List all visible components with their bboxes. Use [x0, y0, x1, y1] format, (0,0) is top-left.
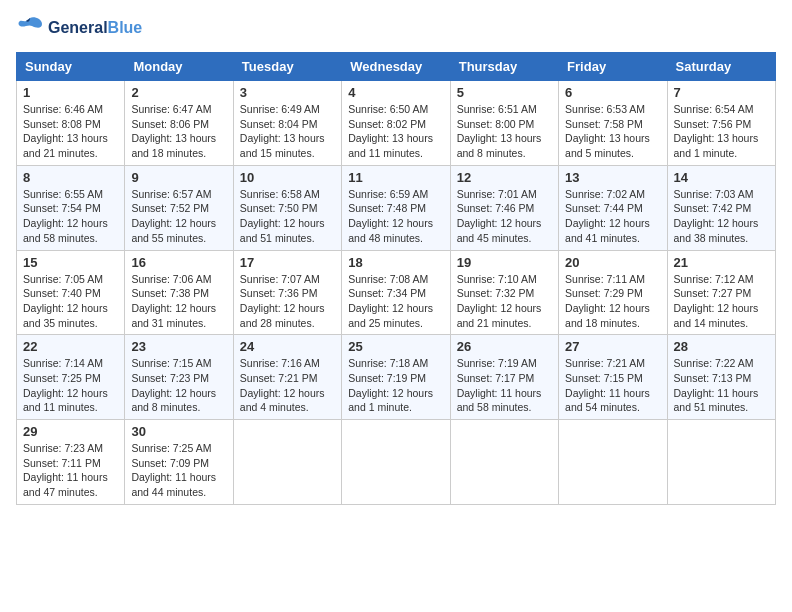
table-row	[559, 420, 667, 505]
calendar-header-row: Sunday Monday Tuesday Wednesday Thursday…	[17, 53, 776, 81]
cell-daylight: Daylight: 12 hours and 4 minutes.	[240, 386, 335, 415]
cell-sunset: Sunset: 8:04 PM	[240, 117, 335, 132]
col-friday: Friday	[559, 53, 667, 81]
cell-sunrise: Sunrise: 7:03 AM	[674, 187, 769, 202]
cell-sunrise: Sunrise: 7:22 AM	[674, 356, 769, 371]
table-row: 29 Sunrise: 7:23 AM Sunset: 7:11 PM Dayl…	[17, 420, 125, 505]
cell-sunset: Sunset: 7:46 PM	[457, 201, 552, 216]
cell-sunrise: Sunrise: 6:51 AM	[457, 102, 552, 117]
cell-sunset: Sunset: 7:17 PM	[457, 371, 552, 386]
table-row: 6 Sunrise: 6:53 AM Sunset: 7:58 PM Dayli…	[559, 81, 667, 166]
col-saturday: Saturday	[667, 53, 775, 81]
col-wednesday: Wednesday	[342, 53, 450, 81]
cell-sunrise: Sunrise: 6:49 AM	[240, 102, 335, 117]
cell-daylight: Daylight: 12 hours and 25 minutes.	[348, 301, 443, 330]
cell-sunrise: Sunrise: 6:53 AM	[565, 102, 660, 117]
cell-sunset: Sunset: 7:42 PM	[674, 201, 769, 216]
cell-daylight: Daylight: 11 hours and 51 minutes.	[674, 386, 769, 415]
cell-sunset: Sunset: 7:38 PM	[131, 286, 226, 301]
cell-daylight: Daylight: 12 hours and 8 minutes.	[131, 386, 226, 415]
cell-daylight: Daylight: 13 hours and 5 minutes.	[565, 131, 660, 160]
cell-sunrise: Sunrise: 7:05 AM	[23, 272, 118, 287]
day-number: 10	[240, 170, 335, 185]
table-row: 10 Sunrise: 6:58 AM Sunset: 7:50 PM Dayl…	[233, 165, 341, 250]
cell-sunset: Sunset: 8:06 PM	[131, 117, 226, 132]
cell-daylight: Daylight: 13 hours and 11 minutes.	[348, 131, 443, 160]
cell-daylight: Daylight: 12 hours and 14 minutes.	[674, 301, 769, 330]
cell-daylight: Daylight: 12 hours and 18 minutes.	[565, 301, 660, 330]
table-row: 23 Sunrise: 7:15 AM Sunset: 7:23 PM Dayl…	[125, 335, 233, 420]
table-row: 21 Sunrise: 7:12 AM Sunset: 7:27 PM Dayl…	[667, 250, 775, 335]
table-row: 8 Sunrise: 6:55 AM Sunset: 7:54 PM Dayli…	[17, 165, 125, 250]
day-number: 30	[131, 424, 226, 439]
cell-sunrise: Sunrise: 7:23 AM	[23, 441, 118, 456]
calendar-week-row: 29 Sunrise: 7:23 AM Sunset: 7:11 PM Dayl…	[17, 420, 776, 505]
cell-sunrise: Sunrise: 7:19 AM	[457, 356, 552, 371]
table-row: 3 Sunrise: 6:49 AM Sunset: 8:04 PM Dayli…	[233, 81, 341, 166]
cell-sunrise: Sunrise: 7:07 AM	[240, 272, 335, 287]
cell-sunset: Sunset: 7:19 PM	[348, 371, 443, 386]
cell-sunset: Sunset: 7:58 PM	[565, 117, 660, 132]
cell-sunset: Sunset: 7:44 PM	[565, 201, 660, 216]
day-number: 7	[674, 85, 769, 100]
cell-sunset: Sunset: 7:36 PM	[240, 286, 335, 301]
cell-sunrise: Sunrise: 7:25 AM	[131, 441, 226, 456]
cell-sunrise: Sunrise: 7:12 AM	[674, 272, 769, 287]
day-number: 27	[565, 339, 660, 354]
table-row: 17 Sunrise: 7:07 AM Sunset: 7:36 PM Dayl…	[233, 250, 341, 335]
cell-sunrise: Sunrise: 6:59 AM	[348, 187, 443, 202]
calendar-week-row: 1 Sunrise: 6:46 AM Sunset: 8:08 PM Dayli…	[17, 81, 776, 166]
cell-sunset: Sunset: 7:54 PM	[23, 201, 118, 216]
cell-sunrise: Sunrise: 7:15 AM	[131, 356, 226, 371]
cell-sunrise: Sunrise: 7:10 AM	[457, 272, 552, 287]
table-row: 26 Sunrise: 7:19 AM Sunset: 7:17 PM Dayl…	[450, 335, 558, 420]
cell-daylight: Daylight: 11 hours and 58 minutes.	[457, 386, 552, 415]
day-number: 9	[131, 170, 226, 185]
table-row: 13 Sunrise: 7:02 AM Sunset: 7:44 PM Dayl…	[559, 165, 667, 250]
table-row: 7 Sunrise: 6:54 AM Sunset: 7:56 PM Dayli…	[667, 81, 775, 166]
cell-sunrise: Sunrise: 6:46 AM	[23, 102, 118, 117]
cell-sunrise: Sunrise: 7:16 AM	[240, 356, 335, 371]
cell-daylight: Daylight: 11 hours and 44 minutes.	[131, 470, 226, 499]
table-row: 18 Sunrise: 7:08 AM Sunset: 7:34 PM Dayl…	[342, 250, 450, 335]
day-number: 28	[674, 339, 769, 354]
table-row: 4 Sunrise: 6:50 AM Sunset: 8:02 PM Dayli…	[342, 81, 450, 166]
table-row: 24 Sunrise: 7:16 AM Sunset: 7:21 PM Dayl…	[233, 335, 341, 420]
day-number: 4	[348, 85, 443, 100]
calendar-table: Sunday Monday Tuesday Wednesday Thursday…	[16, 52, 776, 505]
cell-daylight: Daylight: 12 hours and 41 minutes.	[565, 216, 660, 245]
cell-sunset: Sunset: 8:02 PM	[348, 117, 443, 132]
table-row	[667, 420, 775, 505]
table-row	[450, 420, 558, 505]
day-number: 21	[674, 255, 769, 270]
table-row: 19 Sunrise: 7:10 AM Sunset: 7:32 PM Dayl…	[450, 250, 558, 335]
cell-daylight: Daylight: 13 hours and 21 minutes.	[23, 131, 118, 160]
table-row: 1 Sunrise: 6:46 AM Sunset: 8:08 PM Dayli…	[17, 81, 125, 166]
day-number: 1	[23, 85, 118, 100]
cell-daylight: Daylight: 12 hours and 31 minutes.	[131, 301, 226, 330]
col-thursday: Thursday	[450, 53, 558, 81]
cell-sunset: Sunset: 7:13 PM	[674, 371, 769, 386]
cell-daylight: Daylight: 12 hours and 21 minutes.	[457, 301, 552, 330]
cell-daylight: Daylight: 12 hours and 35 minutes.	[23, 301, 118, 330]
cell-sunrise: Sunrise: 6:50 AM	[348, 102, 443, 117]
calendar-week-row: 22 Sunrise: 7:14 AM Sunset: 7:25 PM Dayl…	[17, 335, 776, 420]
cell-sunset: Sunset: 7:27 PM	[674, 286, 769, 301]
day-number: 20	[565, 255, 660, 270]
cell-sunrise: Sunrise: 6:57 AM	[131, 187, 226, 202]
cell-sunrise: Sunrise: 7:01 AM	[457, 187, 552, 202]
cell-daylight: Daylight: 12 hours and 28 minutes.	[240, 301, 335, 330]
table-row: 25 Sunrise: 7:18 AM Sunset: 7:19 PM Dayl…	[342, 335, 450, 420]
day-number: 26	[457, 339, 552, 354]
cell-sunrise: Sunrise: 6:47 AM	[131, 102, 226, 117]
cell-daylight: Daylight: 12 hours and 58 minutes.	[23, 216, 118, 245]
day-number: 19	[457, 255, 552, 270]
cell-sunset: Sunset: 7:21 PM	[240, 371, 335, 386]
cell-sunset: Sunset: 7:52 PM	[131, 201, 226, 216]
table-row: 11 Sunrise: 6:59 AM Sunset: 7:48 PM Dayl…	[342, 165, 450, 250]
cell-sunset: Sunset: 7:56 PM	[674, 117, 769, 132]
col-monday: Monday	[125, 53, 233, 81]
logo-bird-icon	[16, 16, 44, 40]
calendar-week-row: 8 Sunrise: 6:55 AM Sunset: 7:54 PM Dayli…	[17, 165, 776, 250]
cell-daylight: Daylight: 12 hours and 1 minute.	[348, 386, 443, 415]
